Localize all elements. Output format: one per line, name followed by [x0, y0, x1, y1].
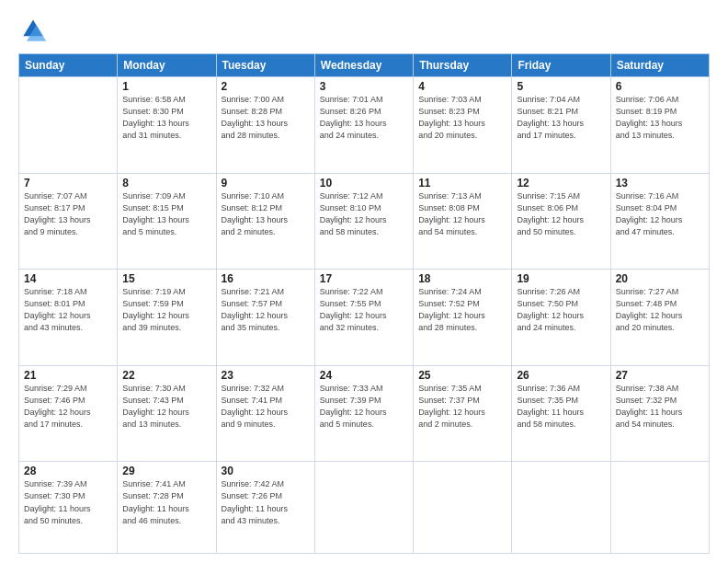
day-cell: 24Sunrise: 7:33 AMSunset: 7:39 PMDayligh… [314, 365, 413, 462]
day-info: Sunrise: 7:07 AMSunset: 8:17 PMDaylight:… [24, 190, 112, 238]
day-cell: 6Sunrise: 7:06 AMSunset: 8:19 PMDaylight… [610, 77, 709, 174]
day-cell: 4Sunrise: 7:03 AMSunset: 8:23 PMDaylight… [414, 77, 512, 174]
weekday-header-tuesday: Tuesday [216, 54, 314, 77]
day-number: 19 [517, 272, 605, 285]
day-cell: 29Sunrise: 7:41 AMSunset: 7:28 PMDayligh… [118, 462, 216, 554]
day-cell: 18Sunrise: 7:24 AMSunset: 7:52 PMDayligh… [414, 270, 512, 366]
weekday-header-thursday: Thursday [414, 54, 512, 77]
day-cell: 27Sunrise: 7:38 AMSunset: 7:32 PMDayligh… [610, 365, 709, 462]
day-number: 18 [418, 272, 506, 285]
day-cell: 23Sunrise: 7:32 AMSunset: 7:41 PMDayligh… [216, 365, 314, 462]
day-info: Sunrise: 7:09 AMSunset: 8:15 PMDaylight:… [122, 190, 210, 238]
day-number: 8 [122, 177, 210, 190]
day-info: Sunrise: 7:41 AMSunset: 7:28 PMDaylight:… [122, 478, 210, 526]
day-info: Sunrise: 7:30 AMSunset: 7:43 PMDaylight:… [122, 383, 210, 431]
day-info: Sunrise: 7:42 AMSunset: 7:26 PMDaylight:… [222, 478, 310, 526]
day-number: 14 [24, 272, 112, 285]
day-cell: 8Sunrise: 7:09 AMSunset: 8:15 PMDaylight… [118, 173, 216, 270]
calendar: SundayMondayTuesdayWednesdayThursdayFrid… [18, 53, 710, 554]
day-cell: 13Sunrise: 7:16 AMSunset: 8:04 PMDayligh… [610, 173, 709, 270]
day-info: Sunrise: 7:19 AMSunset: 7:59 PMDaylight:… [122, 286, 210, 334]
day-info: Sunrise: 7:13 AMSunset: 8:08 PMDaylight:… [418, 190, 506, 238]
day-info: Sunrise: 7:35 AMSunset: 7:37 PMDaylight:… [418, 383, 506, 431]
day-info: Sunrise: 7:39 AMSunset: 7:30 PMDaylight:… [24, 478, 112, 526]
day-number: 2 [222, 80, 310, 93]
day-cell: 7Sunrise: 7:07 AMSunset: 8:17 PMDaylight… [19, 173, 118, 270]
day-cell: 21Sunrise: 7:29 AMSunset: 7:46 PMDayligh… [19, 365, 118, 462]
day-info: Sunrise: 7:29 AMSunset: 7:46 PMDaylight:… [24, 383, 112, 431]
day-number: 12 [517, 177, 605, 190]
day-number: 16 [222, 272, 310, 285]
day-cell: 15Sunrise: 7:19 AMSunset: 7:59 PMDayligh… [118, 270, 216, 366]
weekday-header-row: SundayMondayTuesdayWednesdayThursdayFrid… [19, 54, 710, 77]
day-cell: 5Sunrise: 7:04 AMSunset: 8:21 PMDaylight… [512, 77, 610, 174]
day-info: Sunrise: 7:27 AMSunset: 7:48 PMDaylight:… [616, 286, 704, 334]
day-info: Sunrise: 7:32 AMSunset: 7:41 PMDaylight:… [222, 383, 310, 431]
day-number: 3 [320, 80, 408, 93]
week-row-1: 1Sunrise: 6:58 AMSunset: 8:30 PMDaylight… [19, 77, 710, 174]
day-cell: 22Sunrise: 7:30 AMSunset: 7:43 PMDayligh… [118, 365, 216, 462]
day-cell: 9Sunrise: 7:10 AMSunset: 8:12 PMDaylight… [216, 173, 314, 270]
day-info: Sunrise: 7:10 AMSunset: 8:12 PMDaylight:… [222, 190, 310, 238]
day-number: 1 [122, 80, 210, 93]
day-cell [314, 462, 413, 554]
day-number: 29 [122, 465, 210, 477]
day-info: Sunrise: 7:16 AMSunset: 8:04 PMDaylight:… [616, 190, 704, 238]
day-cell [610, 462, 709, 554]
day-number: 10 [320, 177, 408, 190]
day-cell: 11Sunrise: 7:13 AMSunset: 8:08 PMDayligh… [414, 173, 512, 270]
day-cell: 14Sunrise: 7:18 AMSunset: 8:01 PMDayligh… [19, 270, 118, 366]
weekday-header-friday: Friday [512, 54, 610, 77]
day-info: Sunrise: 7:24 AMSunset: 7:52 PMDaylight:… [418, 286, 506, 334]
day-info: Sunrise: 7:38 AMSunset: 7:32 PMDaylight:… [616, 383, 704, 431]
day-cell [512, 462, 610, 554]
day-number: 26 [517, 369, 605, 382]
day-cell: 17Sunrise: 7:22 AMSunset: 7:55 PMDayligh… [314, 270, 413, 366]
day-number: 11 [418, 177, 506, 190]
day-info: Sunrise: 7:04 AMSunset: 8:21 PMDaylight:… [517, 94, 605, 142]
day-info: Sunrise: 7:21 AMSunset: 7:57 PMDaylight:… [222, 286, 310, 334]
header [18, 17, 710, 46]
day-info: Sunrise: 7:33 AMSunset: 7:39 PMDaylight:… [320, 383, 408, 431]
day-info: Sunrise: 7:26 AMSunset: 7:50 PMDaylight:… [517, 286, 605, 334]
day-number: 21 [24, 369, 112, 382]
day-number: 5 [517, 80, 605, 93]
weekday-header-monday: Monday [118, 54, 216, 77]
page: SundayMondayTuesdayWednesdayThursdayFrid… [0, 0, 728, 563]
week-row-2: 7Sunrise: 7:07 AMSunset: 8:17 PMDaylight… [19, 173, 710, 270]
day-number: 17 [320, 272, 408, 285]
day-cell: 12Sunrise: 7:15 AMSunset: 8:06 PMDayligh… [512, 173, 610, 270]
day-number: 4 [418, 80, 506, 93]
day-number: 7 [24, 177, 112, 190]
day-cell: 1Sunrise: 6:58 AMSunset: 8:30 PMDaylight… [118, 77, 216, 174]
day-info: Sunrise: 7:15 AMSunset: 8:06 PMDaylight:… [517, 190, 605, 238]
day-info: Sunrise: 7:00 AMSunset: 8:28 PMDaylight:… [222, 94, 310, 142]
day-number: 23 [222, 369, 310, 382]
day-number: 24 [320, 369, 408, 382]
day-number: 25 [418, 369, 506, 382]
day-cell: 10Sunrise: 7:12 AMSunset: 8:10 PMDayligh… [314, 173, 413, 270]
day-cell: 19Sunrise: 7:26 AMSunset: 7:50 PMDayligh… [512, 270, 610, 366]
day-info: Sunrise: 7:01 AMSunset: 8:26 PMDaylight:… [320, 94, 408, 142]
day-number: 6 [616, 80, 704, 93]
day-info: Sunrise: 7:03 AMSunset: 8:23 PMDaylight:… [418, 94, 506, 142]
day-cell: 26Sunrise: 7:36 AMSunset: 7:35 PMDayligh… [512, 365, 610, 462]
week-row-3: 14Sunrise: 7:18 AMSunset: 8:01 PMDayligh… [19, 270, 710, 366]
day-cell: 25Sunrise: 7:35 AMSunset: 7:37 PMDayligh… [414, 365, 512, 462]
weekday-header-wednesday: Wednesday [314, 54, 413, 77]
day-cell [19, 77, 118, 174]
day-number: 28 [24, 465, 112, 477]
day-number: 13 [616, 177, 704, 190]
weekday-header-saturday: Saturday [610, 54, 709, 77]
weekday-header-sunday: Sunday [19, 54, 118, 77]
day-info: Sunrise: 6:58 AMSunset: 8:30 PMDaylight:… [122, 94, 210, 142]
day-number: 27 [616, 369, 704, 382]
day-number: 15 [122, 272, 210, 285]
day-cell: 3Sunrise: 7:01 AMSunset: 8:26 PMDaylight… [314, 77, 413, 174]
week-row-4: 21Sunrise: 7:29 AMSunset: 7:46 PMDayligh… [19, 365, 710, 462]
day-number: 9 [222, 177, 310, 190]
logo-icon [18, 17, 48, 46]
day-info: Sunrise: 7:12 AMSunset: 8:10 PMDaylight:… [320, 190, 408, 238]
day-info: Sunrise: 7:22 AMSunset: 7:55 PMDaylight:… [320, 286, 408, 334]
day-info: Sunrise: 7:06 AMSunset: 8:19 PMDaylight:… [616, 94, 704, 142]
